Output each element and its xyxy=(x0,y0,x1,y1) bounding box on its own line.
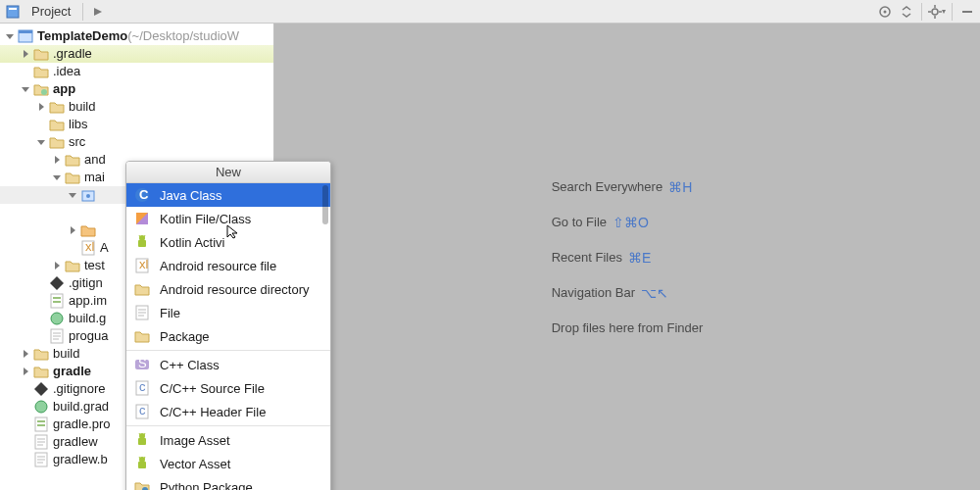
popup-item[interactable]: Vector Asset xyxy=(126,452,330,475)
tree-label: A xyxy=(100,239,109,257)
svg-line-73 xyxy=(144,433,145,435)
tree-arrow-icon[interactable] xyxy=(20,348,31,360)
py-icon xyxy=(134,479,150,490)
tree-row[interactable]: src xyxy=(0,133,273,151)
popup-item-label: Image Asset xyxy=(160,433,230,448)
svg-point-5 xyxy=(932,9,938,15)
hide-panel-icon[interactable] xyxy=(958,3,976,21)
mouse-cursor-icon xyxy=(225,223,241,239)
c-icon: c xyxy=(134,380,150,396)
hint-text: Navigation Bar xyxy=(552,285,635,300)
toolbar-sep xyxy=(82,3,83,21)
svg-rect-1 xyxy=(9,8,17,10)
tree-label: mai xyxy=(84,169,105,186)
tree-arrow-icon[interactable] xyxy=(35,136,47,148)
tree-label: .idea xyxy=(53,63,80,80)
folder-icon xyxy=(49,117,65,132)
svg-point-4 xyxy=(884,10,887,13)
editor-empty-state[interactable]: Search Everywhere⌘HGo to File⇧⌘ORecent F… xyxy=(274,24,980,490)
tree-label: libs xyxy=(69,116,88,133)
run-icon[interactable] xyxy=(89,3,107,21)
tree-label: and xyxy=(84,151,106,169)
tree-arrow-icon[interactable] xyxy=(20,366,31,377)
popup-item[interactable]: SC++ Class xyxy=(126,353,330,376)
tree-arrow-icon[interactable] xyxy=(4,30,16,42)
tree-row[interactable]: build xyxy=(0,98,273,116)
folder-icon xyxy=(49,99,65,115)
new-menu-popup[interactable]: New CJava ClassKotlin File/ClassKotlin A… xyxy=(125,161,331,490)
popup-item-label: Kotlin Activi xyxy=(160,235,224,250)
svg-point-38 xyxy=(35,401,47,413)
tree-row[interactable]: .gradle xyxy=(0,45,273,63)
svg-rect-70 xyxy=(138,438,146,445)
hint-text: Drop files here from Finder xyxy=(552,320,704,335)
project-toolbar: Project ▾ xyxy=(0,0,980,24)
svg-line-77 xyxy=(144,457,145,459)
tree-arrow-icon[interactable] xyxy=(51,260,63,271)
folder-icon xyxy=(134,281,150,297)
target-icon[interactable] xyxy=(876,3,894,21)
editor-hints: Search Everywhere⌘HGo to File⇧⌘ORecent F… xyxy=(552,179,704,335)
popup-item[interactable]: cC/C++ Header File xyxy=(126,400,330,423)
gear-icon[interactable]: ▾ xyxy=(928,3,946,21)
popup-scrollbar[interactable] xyxy=(322,185,328,224)
toolbar-sep xyxy=(952,3,953,21)
hint-text: Search Everywhere xyxy=(552,179,662,194)
svg-text:S: S xyxy=(138,357,147,370)
popup-item[interactable]: Package xyxy=(126,324,330,348)
popup-item[interactable]: Android resource directory xyxy=(126,277,330,301)
kotlin-icon xyxy=(134,211,150,226)
gradle-icon xyxy=(33,399,49,415)
hint-text: Go to File xyxy=(552,215,607,229)
hint-text: Recent Files xyxy=(552,250,622,265)
tree-label: build xyxy=(53,345,79,363)
svg-marker-14 xyxy=(24,50,28,58)
popup-item[interactable]: cC/C++ Source File xyxy=(126,376,330,400)
tree-arrow-icon[interactable] xyxy=(67,224,78,236)
tree-arrow-icon[interactable] xyxy=(51,172,63,183)
svg-point-16 xyxy=(41,89,47,95)
popup-item-label: C/C++ Header File xyxy=(160,405,266,419)
collapse-icon[interactable] xyxy=(898,3,915,21)
folder-icon xyxy=(65,258,80,273)
tree-row[interactable]: .idea xyxy=(0,63,273,80)
folder-icon xyxy=(33,46,49,62)
tree-arrow-icon[interactable] xyxy=(35,101,47,113)
tree-label: gradle xyxy=(53,363,91,380)
svg-rect-0 xyxy=(7,6,19,18)
hint-row: Go to File⇧⌘O xyxy=(552,215,649,230)
xml-icon: xl xyxy=(134,258,150,273)
tree-row[interactable]: TemplateDemo (~/Desktop/studioW xyxy=(0,27,273,45)
c-icon: c xyxy=(134,404,150,419)
svg-text:c: c xyxy=(139,404,146,417)
popup-separator xyxy=(126,350,330,351)
prefs-icon xyxy=(49,293,65,309)
popup-item[interactable]: xlAndroid resource file xyxy=(126,254,330,277)
popup-item-label: Java Class xyxy=(160,188,222,203)
tree-arrow-icon[interactable] xyxy=(20,48,31,60)
popup-item[interactable]: Image Asset xyxy=(126,428,330,452)
txt-icon xyxy=(134,305,150,320)
tree-row[interactable]: libs xyxy=(0,116,273,133)
tree-arrow-icon[interactable] xyxy=(20,83,31,95)
tree-label: app.im xyxy=(69,292,107,310)
hint-row: Navigation Bar⌥↖ xyxy=(552,285,668,301)
tree-arrow-icon[interactable] xyxy=(67,189,78,201)
cpp-icon: S xyxy=(134,357,150,372)
tree-arrow-icon[interactable] xyxy=(51,154,63,166)
toolbar-sep xyxy=(921,3,922,21)
tree-label: gradle.pro xyxy=(53,416,111,433)
project-tab-label[interactable]: Project xyxy=(25,4,76,19)
tree-row[interactable]: app xyxy=(0,80,273,98)
svg-marker-36 xyxy=(24,350,28,358)
popup-item-label: Vector Asset xyxy=(160,457,230,471)
tree-label: .gradle xyxy=(53,45,92,63)
git-icon xyxy=(49,275,65,291)
popup-item[interactable]: CJava Class xyxy=(126,183,330,207)
popup-item[interactable]: Python Package xyxy=(126,475,330,490)
folder-icon xyxy=(33,64,49,79)
txt-icon xyxy=(49,328,65,344)
module-icon xyxy=(18,28,33,44)
popup-item[interactable]: File xyxy=(126,301,330,324)
res-icon xyxy=(80,222,96,238)
